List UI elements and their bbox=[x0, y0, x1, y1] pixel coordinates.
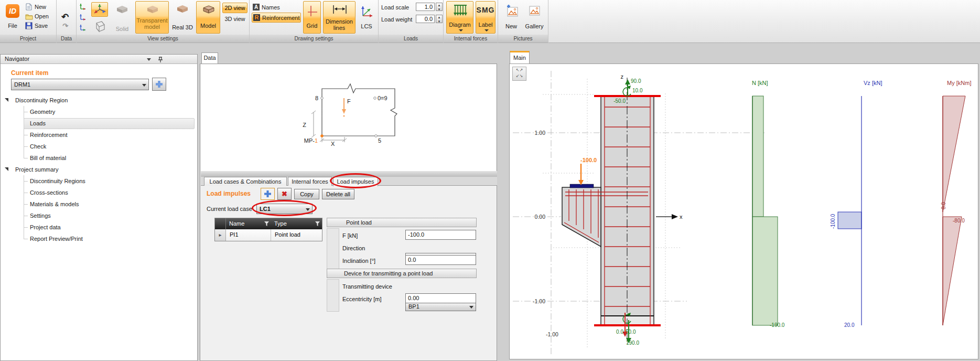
view-axis-y-icon[interactable] bbox=[79, 2, 88, 13]
vz-diagram-title: Vz [kN] bbox=[864, 80, 882, 86]
nav-item-project-data[interactable]: Project data bbox=[30, 222, 61, 233]
view-2d-button[interactable]: 2D view bbox=[222, 3, 247, 13]
reinforcement-label: Reinforcement bbox=[262, 15, 300, 21]
model-view-button[interactable]: Model bbox=[196, 1, 220, 34]
dimension-lines-button[interactable]: Dimension lines bbox=[323, 1, 356, 34]
view-axis-x-icon[interactable] bbox=[79, 12, 88, 24]
view-3d-button[interactable]: 3D view bbox=[222, 16, 247, 22]
transparent-model-button[interactable]: Transparent model bbox=[135, 1, 169, 34]
axonometry-view-button[interactable] bbox=[91, 2, 108, 17]
nav-item-geometry[interactable]: Geometry bbox=[30, 107, 55, 118]
mp-node-marker bbox=[320, 134, 324, 137]
f-kn-input[interactable]: -100.0 bbox=[405, 230, 476, 240]
ribbon-group-loads: Load scale 1.0 ▲▼ Load weight 0.0 ▲▼ Loa… bbox=[379, 0, 444, 43]
add-load-impulse-button[interactable] bbox=[261, 188, 275, 200]
delete-all-button[interactable]: Delete all bbox=[322, 189, 354, 199]
nav-item-discontinuity-regions[interactable]: Discontinuity Regions bbox=[30, 176, 85, 187]
lcs-icon bbox=[360, 4, 373, 18]
new-picture-button[interactable]: New bbox=[501, 2, 521, 33]
names-toggle[interactable]: A Names bbox=[253, 4, 280, 10]
table-corner-cell bbox=[215, 218, 226, 229]
bearing-plate bbox=[570, 184, 594, 188]
load-scale-spinner[interactable]: ▲▼ bbox=[436, 3, 443, 11]
member-label: MP- bbox=[304, 137, 315, 144]
new-picture-label: New bbox=[501, 23, 521, 29]
tree-expander-icon[interactable] bbox=[5, 167, 8, 171]
my-diagram-zero-value: 0.0 bbox=[941, 202, 946, 209]
grid-label-1: 1.00 bbox=[535, 130, 546, 136]
filter-icon[interactable] bbox=[264, 221, 269, 226]
add-item-button[interactable] bbox=[152, 78, 166, 91]
load-impulses-table: Name Type ▸ PI1 Point load bbox=[214, 218, 322, 241]
my-diagram bbox=[943, 96, 965, 325]
column-header-name[interactable]: Name bbox=[226, 218, 271, 229]
view-axis-z-icon[interactable] bbox=[79, 23, 88, 34]
navigator-collapse-icon[interactable] bbox=[147, 58, 151, 61]
perspective-cube-icon[interactable] bbox=[92, 19, 107, 33]
current-item-select[interactable]: DRM1 bbox=[11, 79, 149, 90]
tree-tick bbox=[24, 239, 28, 239]
load-scale-input[interactable]: 1.0 bbox=[416, 3, 435, 11]
pane-splitter[interactable] bbox=[201, 171, 497, 177]
solid-view-button[interactable]: Solid bbox=[111, 1, 133, 34]
gallery-label: Gallery bbox=[523, 23, 545, 29]
tab-main[interactable]: Main bbox=[510, 51, 530, 63]
chevron-down-icon bbox=[306, 208, 310, 211]
file-button[interactable]: ID File bbox=[3, 2, 23, 33]
tree-expander-icon[interactable] bbox=[5, 98, 8, 102]
reinforcement-toggle[interactable]: R Reinforcement bbox=[252, 13, 301, 23]
real-3d-button[interactable]: Real 3D bbox=[171, 1, 194, 34]
fit-view-button[interactable]: ↖↗↙↘ bbox=[512, 67, 526, 81]
tab-load-cases-combinations[interactable]: Load cases & Combinations bbox=[204, 177, 287, 186]
nav-item-report-preview-print[interactable]: Report Preview/Print bbox=[30, 233, 83, 245]
pin-icon[interactable] bbox=[157, 56, 164, 63]
load-weight-label: Load weight bbox=[381, 16, 412, 23]
table-cell-type[interactable]: Point load bbox=[271, 229, 322, 241]
top-shear-value: -50.0 bbox=[613, 98, 626, 104]
label-button[interactable]: SMG Label bbox=[476, 1, 496, 34]
load-impulses-heading: Load impulses bbox=[207, 190, 251, 197]
undo-icon[interactable]: ↶ bbox=[61, 12, 69, 23]
nav-item-check[interactable]: Check bbox=[30, 141, 46, 152]
column-header-type[interactable]: Type bbox=[271, 218, 322, 229]
nav-root-discontinuity-region[interactable]: Discontinuity Region bbox=[15, 95, 68, 106]
tab-data[interactable]: Data bbox=[201, 52, 218, 63]
nav-root-project-summary[interactable]: Project summary bbox=[15, 164, 59, 175]
f-kn-label: F [kN] bbox=[342, 230, 358, 241]
inclination-input[interactable]: 0.0 bbox=[405, 255, 476, 265]
nav-item-reinforcement[interactable]: Reinforcement bbox=[30, 130, 68, 141]
delete-load-impulse-button[interactable]: ✖ bbox=[277, 188, 292, 200]
current-load-case-select[interactable]: LC1 bbox=[256, 204, 313, 214]
node-0-9-label: 0=9 bbox=[378, 95, 387, 101]
nav-item-bill-of-material[interactable]: Bill of material bbox=[30, 153, 66, 164]
column-header-type-label: Type bbox=[274, 220, 287, 227]
nav-item-materials-models[interactable]: Materials & models bbox=[30, 199, 79, 210]
redo-icon[interactable]: ↷ bbox=[62, 22, 68, 30]
row-selector-cell[interactable]: ▸ bbox=[215, 229, 226, 241]
table-cell-name[interactable]: PI1 bbox=[226, 229, 271, 241]
bottom-reaction-value: 190.0 bbox=[626, 340, 639, 346]
chevron-down-icon bbox=[469, 306, 473, 309]
load-weight-input[interactable]: 0.0 bbox=[416, 15, 435, 23]
reinforcement-icon: R bbox=[253, 14, 260, 21]
chevron-down-icon bbox=[142, 84, 146, 87]
gallery-button[interactable]: Gallery bbox=[523, 2, 545, 33]
ribbon-group-project: ID File New Open Save Project bbox=[0, 0, 57, 43]
lcs-button[interactable]: LCS bbox=[358, 2, 375, 33]
transparent-model-label: Transparent model bbox=[136, 17, 168, 30]
tab-internal-forces[interactable]: Internal forces bbox=[288, 177, 332, 186]
filter-icon[interactable] bbox=[315, 221, 320, 226]
nav-item-cross-sections[interactable]: Cross-sections bbox=[30, 187, 68, 198]
solid-view-label: Solid bbox=[111, 26, 133, 32]
tab-load-impulses[interactable]: Load impulses bbox=[333, 177, 378, 186]
load-weight-spinner[interactable]: ▲▼ bbox=[436, 15, 443, 23]
nav-item-settings[interactable]: Settings bbox=[30, 210, 51, 221]
ribbon-group-label-project: Project bbox=[0, 35, 56, 43]
copy-button[interactable]: Copy bbox=[294, 189, 319, 199]
nav-item-loads[interactable]: Loads bbox=[30, 118, 46, 129]
navigator-panel: Navigator Current item DRM1 Discontinuit… bbox=[0, 54, 198, 361]
lcs-label: LCS bbox=[358, 23, 375, 29]
grid-button[interactable]: Grid bbox=[303, 1, 321, 34]
diagram-button[interactable]: Diagram bbox=[446, 1, 473, 34]
eccentricity-input[interactable]: 0.00 bbox=[405, 293, 476, 303]
